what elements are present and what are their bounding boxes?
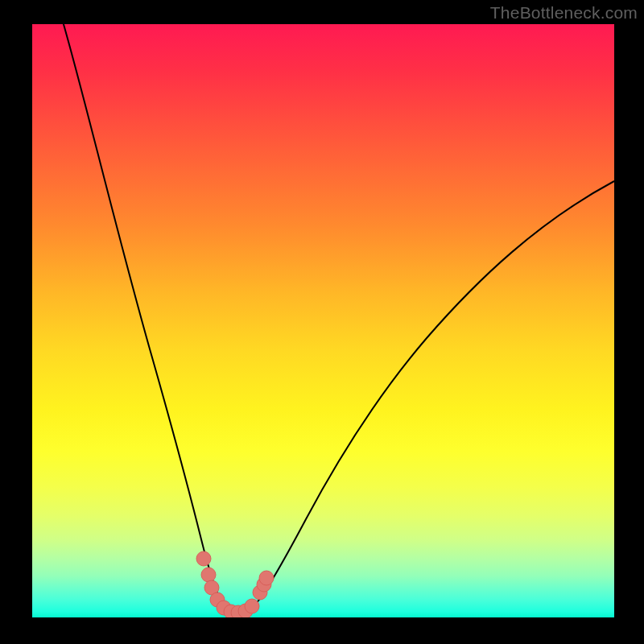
valley-markers bbox=[196, 551, 274, 617]
svg-point-11 bbox=[259, 571, 274, 585]
watermark-text: TheBottleneck.com bbox=[490, 3, 638, 23]
bottleneck-curve bbox=[61, 24, 614, 615]
svg-point-0 bbox=[196, 551, 211, 566]
svg-point-1 bbox=[201, 568, 216, 582]
plot-area bbox=[32, 24, 614, 617]
svg-point-8 bbox=[245, 599, 259, 613]
chart-frame: TheBottleneck.com bbox=[0, 0, 644, 644]
chart-svg bbox=[32, 24, 614, 617]
